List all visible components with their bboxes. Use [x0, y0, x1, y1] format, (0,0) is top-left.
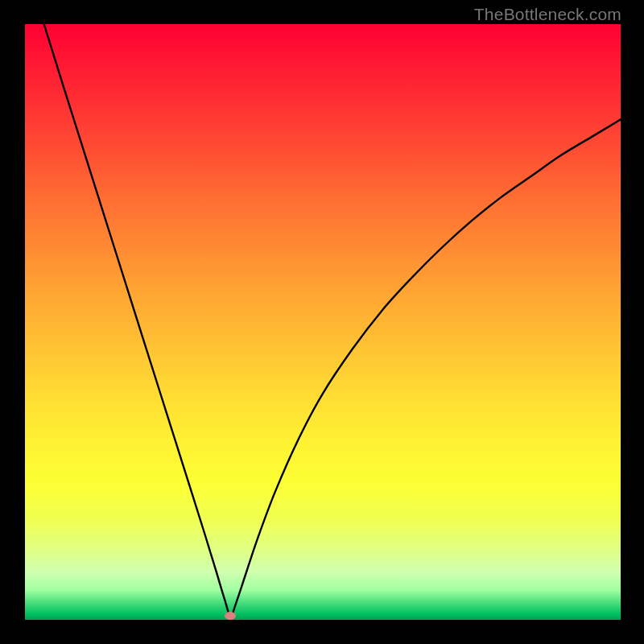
chart-frame: TheBottleneck.com — [0, 0, 644, 644]
watermark-text: TheBottleneck.com — [474, 5, 621, 24]
bottleneck-curve — [25, 24, 621, 620]
plot-area — [25, 24, 621, 620]
optimum-marker — [225, 612, 236, 620]
